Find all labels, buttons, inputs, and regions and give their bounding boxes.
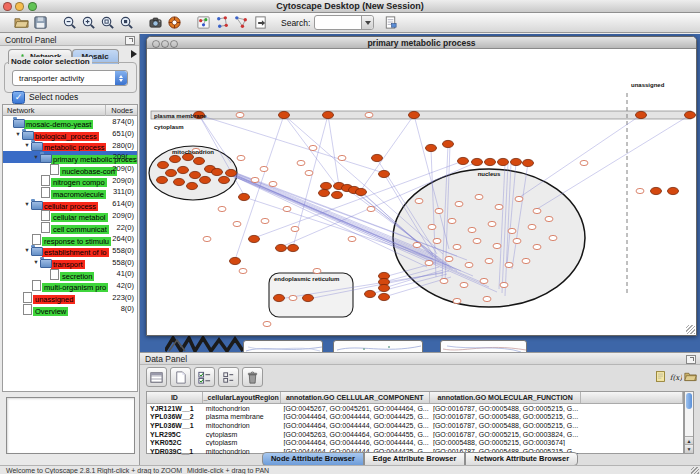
graph-node-outline[interactable] <box>549 235 557 240</box>
minimize-window-icon[interactable] <box>161 40 169 48</box>
graph-node-outline[interactable] <box>435 208 443 213</box>
graph-node-outline[interactable] <box>493 243 501 248</box>
graph-node-outline[interactable] <box>237 155 245 160</box>
graph-node-outline[interactable] <box>263 321 271 326</box>
tab-network-attribute-browser[interactable]: Network Attribute Browser <box>465 452 578 466</box>
graph-node-outline[interactable] <box>251 177 259 182</box>
graph-node-outline[interactable] <box>428 224 436 229</box>
destroy-network-button[interactable] <box>233 14 250 31</box>
graph-node[interactable] <box>523 159 534 166</box>
graph-node[interactable] <box>157 176 168 183</box>
float-panel-icon[interactable] <box>125 36 135 45</box>
expand-arrow-icon[interactable]: ▼ <box>32 259 40 265</box>
graph-node[interactable] <box>379 284 390 291</box>
import-table-button[interactable] <box>684 370 697 383</box>
graph-node-outline[interactable] <box>528 224 536 229</box>
graph-node[interactable] <box>472 158 483 165</box>
graph-node[interactable] <box>511 158 522 165</box>
graph-node-outline[interactable] <box>508 228 516 233</box>
graph-node[interactable] <box>426 144 437 151</box>
graph-node-outline[interactable] <box>283 206 291 211</box>
graph-node-outline[interactable] <box>433 238 441 243</box>
graph-node[interactable] <box>379 170 390 177</box>
table-row[interactable]: YKR052Ccytoplasm[GO:0044464, GO:0044446,… <box>147 438 683 447</box>
search-dropdown-arrow-icon[interactable] <box>361 16 373 29</box>
graph-node-outline[interactable] <box>425 260 433 265</box>
search-combobox[interactable] <box>314 15 374 30</box>
graph-node[interactable] <box>636 111 647 118</box>
graph-node-outline[interactable] <box>580 160 588 165</box>
graph-node[interactable] <box>458 157 469 164</box>
graph-node[interactable] <box>279 111 290 118</box>
create-attribute-button[interactable] <box>170 367 191 387</box>
table-row[interactable]: YPL036W__2plasma membrane[GO:0044464, GO… <box>147 413 683 422</box>
graph-node[interactable] <box>668 187 679 194</box>
graph-node-outline[interactable] <box>440 278 448 283</box>
zoom-in-button[interactable] <box>80 14 97 31</box>
tab-edge-attribute-browser[interactable]: Edge Attribute Browser <box>364 452 465 466</box>
graph-node-outline[interactable] <box>413 242 421 247</box>
select-attributes-button[interactable] <box>146 367 167 387</box>
graph-node-outline[interactable] <box>475 194 483 199</box>
graph-node[interactable] <box>485 158 496 165</box>
graph-node[interactable] <box>226 169 237 176</box>
window-resize-grip[interactable] <box>686 325 695 334</box>
graph-node[interactable] <box>372 154 383 161</box>
graph-node-outline[interactable] <box>473 238 481 243</box>
graph-node-outline[interactable] <box>505 262 513 267</box>
graph-node-outline[interactable] <box>636 188 644 193</box>
modify-attributes-button[interactable] <box>194 367 215 387</box>
graph-node[interactable] <box>187 182 198 189</box>
graph-node[interactable] <box>212 168 223 175</box>
graph-node[interactable] <box>190 171 201 178</box>
expand-arrow-icon[interactable]: ▼ <box>23 201 31 207</box>
graph-node-outline[interactable] <box>291 226 299 231</box>
graph-node-outline[interactable] <box>233 221 241 226</box>
graph-node[interactable] <box>170 155 181 162</box>
minimized-window[interactable] <box>243 340 323 352</box>
graph-node[interactable] <box>303 294 314 301</box>
column-header[interactable]: _cellularLayoutRegion <box>203 392 281 403</box>
graph-node-outline[interactable] <box>338 155 346 160</box>
dropdown-stepper-icon[interactable] <box>115 71 127 85</box>
graph-node[interactable] <box>276 244 287 251</box>
graph-node[interactable] <box>319 189 330 196</box>
minimize-window-icon[interactable] <box>15 2 24 11</box>
zoom-window-icon[interactable] <box>28 2 37 11</box>
table-row[interactable]: YJR121W__1mitochondrion[GO:0045267, GO:0… <box>147 404 683 413</box>
zoom-out-button[interactable] <box>61 14 78 31</box>
column-header[interactable]: annotation.GO MOLECULAR_FUNCTION <box>430 392 581 403</box>
graph-node-outline[interactable] <box>522 258 530 263</box>
graph-node-outline[interactable] <box>269 181 277 186</box>
network-tree-item[interactable]: Overview8(0) <box>3 303 137 315</box>
graph-node-outline[interactable] <box>445 256 453 261</box>
graph-node-outline[interactable] <box>453 298 461 303</box>
graph-node[interactable] <box>356 188 367 195</box>
expand-arrow-icon[interactable]: ▼ <box>32 154 40 160</box>
delete-attribute-button[interactable] <box>242 367 263 387</box>
graph-node[interactable] <box>194 157 205 164</box>
graph-node[interactable] <box>178 166 189 173</box>
graph-node-outline[interactable] <box>485 258 493 263</box>
graph-node-outline[interactable] <box>367 206 375 211</box>
graph-node-outline[interactable] <box>203 236 211 241</box>
graph-node-outline[interactable] <box>313 268 321 273</box>
graph-node-outline[interactable] <box>289 295 297 300</box>
graph-node[interactable] <box>651 187 662 194</box>
formula-button[interactable] <box>669 370 682 383</box>
graph-node-outline[interactable] <box>365 112 373 117</box>
graph-node-outline[interactable] <box>453 244 461 249</box>
graph-node[interactable] <box>379 293 390 300</box>
float-panel-icon[interactable] <box>686 355 696 364</box>
column-header-filler[interactable] <box>581 392 683 403</box>
vizmapper-button[interactable] <box>195 14 212 31</box>
graph-node-outline[interactable] <box>533 244 541 249</box>
graph-node-outline[interactable] <box>455 201 463 206</box>
graph-node[interactable] <box>365 290 376 297</box>
help-plugins-button[interactable] <box>166 14 183 31</box>
minimized-window[interactable] <box>440 340 527 352</box>
zoom-selected-button[interactable] <box>99 14 116 31</box>
graph-node[interactable] <box>685 111 696 118</box>
zoom-window-icon[interactable] <box>170 40 178 48</box>
graph-node-outline[interactable] <box>460 282 468 287</box>
